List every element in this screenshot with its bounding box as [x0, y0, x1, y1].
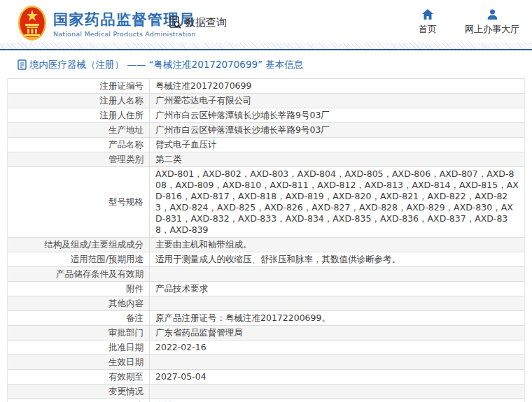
table-row: 附件产品技术要求	[8, 282, 524, 296]
field-label: 审批部门	[8, 326, 149, 340]
field-label: 型号规格	[8, 167, 149, 237]
home-icon	[422, 9, 433, 20]
site-header: 国家药品监督管理局 National Medical Products Admi…	[0, 0, 532, 49]
field-label: 生效日期	[8, 355, 149, 369]
field-value	[149, 385, 524, 399]
field-label: 结构及组成/主要组成成分	[8, 238, 149, 252]
document-icon	[18, 59, 27, 70]
field-value-note: 详情	[149, 399, 524, 402]
table-row: 注册人名称广州爱芯达电子有限公司	[8, 94, 524, 108]
table-row: 结构及组成/主要组成成分主要由主机和袖带组成。	[8, 238, 524, 252]
table-row: 备注原产品注册证号：粤械注准20172200699。	[8, 311, 524, 326]
table-row-note: 注 详情	[8, 399, 524, 402]
national-emblem-logo	[18, 5, 47, 41]
field-value	[149, 296, 524, 310]
field-label: 备注	[8, 311, 149, 325]
field-label: 管理类别	[8, 152, 149, 166]
table-row: 产品储存条件及有效期	[8, 267, 524, 282]
field-label: 附件	[8, 282, 149, 296]
field-value	[149, 267, 524, 281]
table-row: 批准日期2022-02-16	[8, 340, 524, 355]
breadcrumb-text: 境内医疗器械（注册） —— “粤械注准20172070699” 基本信息	[29, 59, 303, 70]
field-value: AXD-801，AXD-802，AXD-803，AXD-804，AXD-805，…	[149, 167, 524, 237]
field-label: 生产地址	[8, 123, 149, 137]
field-label: 注册人住所	[8, 108, 149, 122]
field-value: 粤械注准20172070699	[149, 79, 524, 93]
table-row: 生产地址广州市白云区钟落潭镇长沙埔长莘路9号03厂	[8, 123, 524, 138]
table-row: 注册证编号粤械注准20172070699	[8, 79, 524, 94]
nav-item-home[interactable]: 首页	[412, 9, 444, 36]
field-value: 广州市白云区钟落潭镇长沙埔长莘路9号03厂	[149, 123, 524, 137]
table-row: 审批部门广东省药品监督管理局	[8, 326, 524, 340]
field-value: 广州市白云区钟落潭镇长沙埔长莘路9号03厂	[149, 108, 524, 122]
field-label: 批准日期	[8, 340, 149, 354]
field-label: 注册证编号	[8, 79, 149, 93]
header-nav: 首页 网上办事大厅	[412, 9, 519, 36]
table-row: 生效日期	[8, 355, 524, 370]
field-label: 变更情况	[8, 385, 149, 399]
org-subtitle: National Medical Products Administration	[53, 30, 196, 38]
table-row: 注册人住所广州市白云区钟落潭镇长沙埔长莘路9号03厂	[8, 108, 524, 123]
field-label-note: 注	[8, 399, 149, 402]
table-row: 产品名称臂式电子血压计	[8, 138, 524, 152]
table-row-model-specs: 型号规格AXD-801，AXD-802，AXD-803，AXD-804，AXD-…	[8, 167, 524, 238]
field-value: 2027-05-04	[149, 370, 524, 384]
field-label: 注册人名称	[8, 94, 149, 108]
registration-info-table: 注册证编号粤械注准20172070699 注册人名称广州爱芯达电子有限公司 注册…	[7, 78, 525, 402]
breadcrumb: 境内医疗器械（注册） —— “粤械注准20172070699” 基本信息	[0, 50, 532, 78]
field-value: 适用于测量成人的收缩压、舒张压和脉率，其数值供诊断参考。	[149, 252, 524, 266]
nav-hall-label: 网上办事大厅	[465, 23, 519, 36]
field-label: 其他内容	[8, 296, 149, 310]
nav-item-online-hall[interactable]: 网上办事大厅	[465, 9, 519, 36]
person-icon	[487, 9, 498, 20]
nav-home-label: 首页	[419, 23, 437, 36]
field-label: 产品储存条件及有效期	[8, 267, 149, 281]
data-query-link[interactable]: 数据查询	[168, 15, 227, 29]
field-value: 臂式电子血压计	[149, 138, 524, 152]
document-search-icon	[168, 15, 182, 29]
field-value: 第二类	[149, 152, 524, 166]
field-label: 适用范围/预期用途	[8, 252, 149, 266]
table-row: 适用范围/预期用途适用于测量成人的收缩压、舒张压和脉率，其数值供诊断参考。	[8, 252, 524, 267]
field-value: 主要由主机和袖带组成。	[149, 238, 524, 252]
field-label: 产品名称	[8, 138, 149, 152]
field-label: 有效期至	[8, 370, 149, 384]
table-row: 其他内容	[8, 296, 524, 311]
table-row: 有效期至2027-05-04	[8, 370, 524, 385]
field-value: 广州爱芯达电子有限公司	[149, 94, 524, 108]
field-value: 原产品注册证号：粤械注准20172200699。	[149, 311, 524, 325]
field-value: 2022-02-16	[149, 340, 524, 354]
data-query-label: 数据查询	[185, 16, 227, 29]
field-value	[149, 355, 524, 369]
table-row: 变更情况	[8, 385, 524, 399]
field-value: 广东省药品监督管理局	[149, 326, 524, 340]
table-row: 管理类别第二类	[8, 152, 524, 167]
header-hatch-texture	[0, 43, 532, 49]
field-value: 产品技术要求	[149, 282, 524, 296]
